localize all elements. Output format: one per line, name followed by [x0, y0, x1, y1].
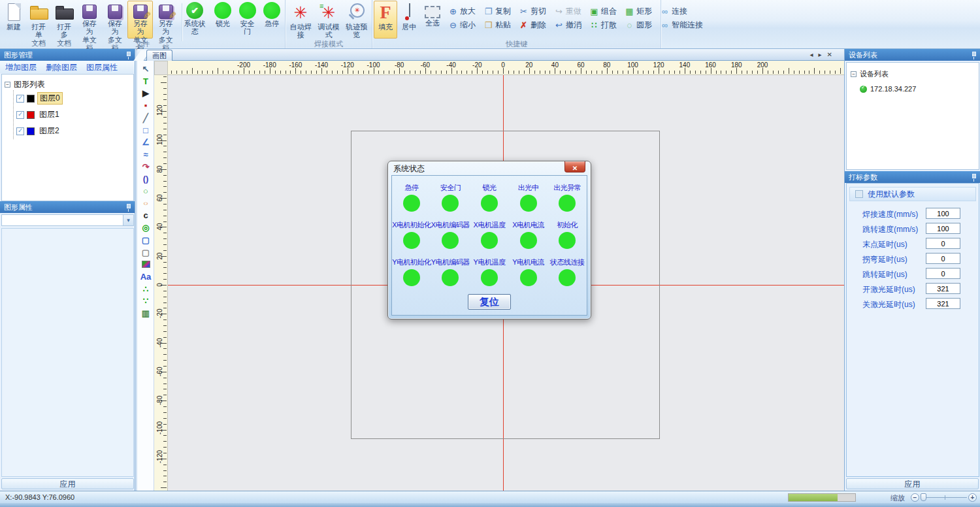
device-tree-root[interactable]: 设备列表 — [851, 68, 975, 80]
param-input-0[interactable] — [926, 208, 960, 219]
param-input-3[interactable] — [926, 253, 960, 264]
line-tool-icon[interactable]: ╱ — [139, 112, 153, 123]
ribbon-button-zoom-in[interactable]: 放大 — [446, 5, 478, 17]
layer-action-link[interactable]: 图层属性 — [86, 62, 118, 72]
param-input-6[interactable] — [926, 298, 960, 309]
arc-tool-icon[interactable]: ↷ — [139, 161, 153, 172]
pin-icon[interactable] — [972, 52, 976, 56]
ellipse-tool-icon[interactable]: ○ — [139, 198, 153, 209]
pin-icon[interactable] — [127, 52, 131, 56]
ruler-label: -120 — [156, 454, 163, 463]
layer-visible-checkbox[interactable] — [16, 111, 24, 119]
layer-color-swatch[interactable] — [27, 127, 35, 135]
layer-item[interactable]: 图层1 — [16, 106, 131, 123]
text-art-tool-icon[interactable]: Aa — [139, 271, 153, 282]
ribbon-button-cut[interactable]: 剪切 — [517, 5, 548, 17]
ribbon-button-center[interactable]: 居中 — [397, 1, 421, 39]
param-input-2[interactable] — [926, 238, 960, 249]
curve-tool-icon[interactable]: ≈ — [139, 149, 153, 160]
pin-icon[interactable] — [972, 174, 976, 178]
ribbon-button-fill[interactable]: 填充 — [374, 1, 397, 39]
node-add-tool-icon[interactable]: ∴ — [139, 284, 153, 295]
dialog-title[interactable]: 系统状态 — [393, 163, 425, 174]
properties-combobox-input[interactable] — [2, 215, 123, 225]
collapse-icon[interactable] — [851, 71, 857, 77]
ribbon-button-auto-weld[interactable]: 自动焊接 — [287, 1, 315, 39]
ribbon-button-new-document[interactable]: 新建 — [1, 1, 26, 39]
pin-icon[interactable] — [127, 204, 131, 208]
ribbon-button-zoom-out[interactable]: 缩小 — [446, 19, 478, 31]
ruler-tick — [244, 68, 244, 74]
param-input-4[interactable] — [926, 268, 960, 279]
rounded-rect-tool-icon[interactable]: ▢ — [139, 235, 153, 246]
ribbon-button-rect-array[interactable]: 矩形 — [623, 5, 654, 17]
ribbon-button-track-preview[interactable]: 轨迹预览 — [342, 1, 370, 39]
use-default-params-checkbox[interactable] — [855, 190, 863, 198]
ribbon-button-smart-connect[interactable]: 智能连接 — [658, 19, 705, 31]
ruler-tick — [503, 68, 504, 74]
layer-tree-root[interactable]: 图形列表 — [5, 78, 131, 90]
tab-close-icon[interactable] — [827, 51, 832, 59]
barcode-tool-icon[interactable]: ▥ — [139, 308, 153, 319]
zoom-slider-track[interactable] — [921, 497, 967, 498]
close-icon[interactable] — [564, 161, 585, 172]
layer-item[interactable]: 图层0 — [16, 90, 131, 106]
chevron-down-icon[interactable] — [123, 215, 133, 225]
ribbon-button-open-single-folder[interactable]: 打开单 文档 — [26, 1, 52, 39]
ribbon-button-lock-light[interactable]: 锁光 — [211, 1, 235, 39]
ribbon-button-undo[interactable]: 撤消 — [552, 19, 583, 31]
layer-action-link[interactable]: 增加图层 — [5, 62, 37, 72]
tab-next-icon[interactable] — [819, 51, 822, 59]
node-connect-tool-icon[interactable]: ∵ — [139, 295, 153, 306]
collapse-icon[interactable] — [5, 82, 10, 88]
text-tool-icon[interactable]: T — [139, 76, 153, 87]
zoom-in-icon[interactable] — [968, 493, 977, 502]
reset-button[interactable]: 复位 — [468, 294, 511, 310]
drawing-canvas[interactable]: 系统状态 急停安全门锁光出光中出光异常X电机初始化X电机编码器X电机温度X电机电… — [168, 75, 844, 491]
layer-action-link[interactable]: 删除图层 — [46, 62, 77, 72]
node-edit-tool-icon[interactable]: ▶ — [139, 88, 153, 99]
layer-item[interactable]: 图层2 — [16, 123, 131, 139]
point-tool-icon[interactable]: ▪ — [139, 100, 153, 111]
ribbon-button-saveas-multi[interactable]: 另存为 多文档 — [153, 1, 178, 39]
ribbon-button-save-multi[interactable]: 保存为 多文档 — [103, 1, 128, 39]
layer-visible-checkbox[interactable] — [16, 127, 24, 135]
ribbon-button-open-multi-folder[interactable]: 打开多 文档 — [52, 1, 77, 39]
ribbon-button-safety-door[interactable]: 安全门 — [235, 1, 260, 39]
ribbon-button-explode[interactable]: 打散 — [587, 19, 619, 31]
params-apply-button[interactable]: 应用 — [846, 478, 979, 489]
spiral-tool-icon[interactable]: ◎ — [139, 222, 153, 233]
arc-c-tool-icon[interactable]: c — [139, 210, 153, 221]
ribbon-button-select-all[interactable]: 全选 — [421, 1, 444, 39]
select-tool-icon[interactable]: ↖ — [139, 63, 153, 74]
layer-color-swatch[interactable] — [27, 95, 35, 103]
rectangle-tool-icon[interactable]: □ — [139, 125, 153, 136]
tab-prev-icon[interactable] — [810, 51, 813, 59]
device-item[interactable]: 172.18.34.227 — [860, 85, 975, 93]
layers-apply-button[interactable]: 应用 — [1, 478, 134, 489]
rounded-rect2-tool-icon[interactable]: ▢ — [139, 247, 153, 258]
param-input-1[interactable] — [926, 223, 960, 234]
ribbon-button-debug-mode[interactable]: 调试模式 — [315, 1, 343, 39]
ribbon-button-saveas-single[interactable]: 另存为 单文档 — [127, 1, 153, 39]
ribbon-button-delete[interactable]: 删除 — [517, 19, 548, 31]
polyline-tool-icon[interactable]: ∠ — [139, 137, 153, 148]
ribbon-button-connect[interactable]: 连接 — [658, 5, 705, 17]
ribbon-button-circle-array[interactable]: 圆形 — [623, 19, 654, 31]
image-tool-icon[interactable] — [139, 259, 153, 270]
zoom-slider-thumb[interactable] — [921, 493, 926, 501]
ribbon-button-redo[interactable]: 重做 — [552, 5, 583, 17]
ribbon-button-paste[interactable]: 粘贴 — [482, 19, 513, 31]
zoom-out-icon[interactable] — [911, 493, 919, 502]
layer-color-swatch[interactable] — [27, 111, 35, 119]
arc-3point-tool-icon[interactable]: () — [139, 173, 153, 184]
ribbon-button-copy[interactable]: 复制 — [482, 5, 513, 17]
ribbon-button-emergency-stop[interactable]: 急停 — [260, 1, 284, 39]
layer-visible-checkbox[interactable] — [16, 95, 24, 103]
param-input-5[interactable] — [926, 283, 960, 294]
ribbon-button-system-status[interactable]: 系统状态 — [178, 1, 211, 39]
circle-tool-icon[interactable]: ○ — [139, 186, 153, 197]
ribbon-button-combine[interactable]: 组合 — [587, 5, 619, 17]
tab-draw[interactable]: 画图 — [146, 50, 172, 61]
ribbon-button-save-single[interactable]: 保存为 单文档 — [77, 1, 103, 39]
